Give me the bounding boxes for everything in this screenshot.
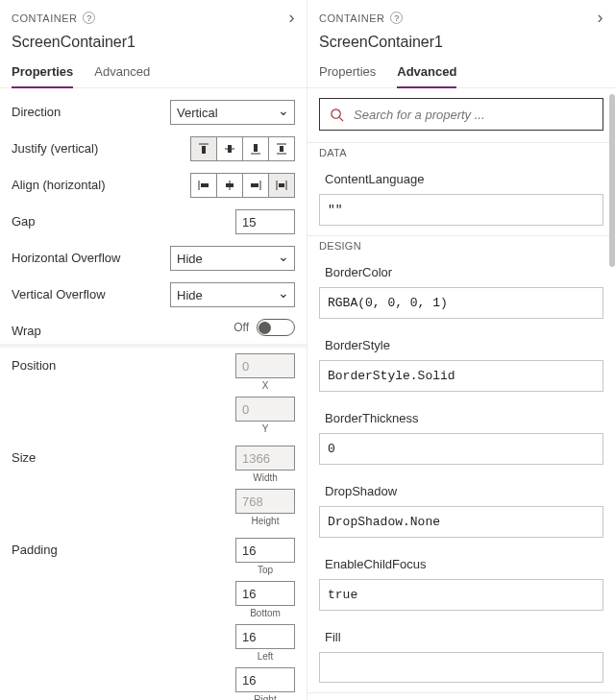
height-sublabel: Height	[252, 516, 280, 526]
search-icon	[330, 108, 344, 122]
tab-advanced[interactable]: Advanced	[94, 59, 150, 87]
adv-property-label: DropShadow	[319, 480, 603, 506]
properties-pane: CONTAINER ? › ScreenContainer1 Propertie…	[0, 0, 308, 700]
wrap-label: Wrap	[12, 319, 165, 338]
category-design: DESIGN	[308, 236, 615, 255]
control-type-label: CONTAINER	[12, 12, 77, 24]
padding-left-sublabel: Left	[258, 651, 274, 662]
expand-chevron-icon[interactable]: ›	[289, 8, 296, 28]
adv-property-value[interactable]: ""	[319, 194, 603, 226]
svg-rect-10	[201, 183, 209, 187]
adv-item: BorderColorRGBA(0, 0, 0, 1)	[308, 255, 615, 328]
padding-bottom-input[interactable]	[235, 581, 295, 606]
padding-bottom-sublabel: Bottom	[250, 608, 281, 618]
adv-property-label: EnableChildFocus	[319, 553, 603, 579]
svg-rect-8	[280, 146, 283, 152]
category-data: DATA	[308, 143, 615, 162]
padding-left-input[interactable]	[235, 624, 295, 649]
direction-label: Direction	[12, 100, 162, 119]
expand-chevron-icon-r[interactable]: ›	[598, 8, 604, 28]
position-x-input[interactable]	[235, 353, 295, 378]
control-type-label-r: CONTAINER	[319, 12, 384, 24]
adv-item: DropShadowDropShadow.None	[308, 474, 615, 547]
adv-property-value[interactable]: RGBA(0, 0, 0, 1)	[319, 287, 603, 319]
property-search[interactable]	[319, 98, 603, 131]
padding-right-input[interactable]	[235, 667, 295, 692]
justify-stretch-icon[interactable]	[268, 136, 295, 161]
tab-properties[interactable]: Properties	[12, 59, 73, 88]
left-tabs: Properties Advanced	[0, 59, 307, 88]
align-center-icon[interactable]	[216, 173, 243, 198]
adv-property-value[interactable]	[319, 652, 603, 683]
svg-rect-14	[251, 183, 258, 187]
hoverflow-select[interactable]: Hide	[170, 246, 295, 271]
gap-label: Gap	[12, 209, 165, 229]
adv-property-label: Fill	[319, 626, 603, 652]
wrap-state: Off	[234, 321, 249, 334]
position-x-sublabel: X	[262, 380, 269, 391]
position-y-sublabel: Y	[262, 423, 269, 434]
padding-right-sublabel: Right	[254, 694, 276, 700]
adv-property-value[interactable]: BorderStyle.Solid	[319, 360, 603, 392]
align-group	[190, 173, 295, 198]
svg-rect-5	[254, 144, 258, 152]
adv-property-label: ContentLanguage	[319, 168, 603, 194]
padding-label: Padding	[12, 538, 165, 557]
justify-start-icon[interactable]	[190, 136, 217, 161]
svg-point-18	[332, 109, 340, 117]
justify-group	[190, 136, 295, 161]
svg-rect-3	[228, 145, 232, 153]
right-tabs: Properties Advanced	[308, 59, 615, 88]
help-icon-r[interactable]: ?	[390, 12, 403, 24]
padding-top-sublabel: Top	[258, 565, 273, 575]
justify-label: Justify (vertical)	[12, 136, 165, 156]
advanced-pane: CONTAINER ? › ScreenContainer1 Propertie…	[308, 0, 615, 700]
scrollbar[interactable]	[609, 40, 615, 700]
justify-end-icon[interactable]	[242, 136, 269, 161]
voverflow-label: Vertical Overflow	[12, 282, 162, 302]
svg-line-19	[339, 117, 343, 121]
property-search-input[interactable]	[352, 107, 593, 123]
align-label: Align (horizontal)	[12, 173, 165, 192]
tab-advanced-r[interactable]: Advanced	[397, 59, 456, 88]
control-name-r: ScreenContainer1	[319, 28, 603, 59]
justify-center-icon[interactable]	[216, 136, 243, 161]
adv-property-value[interactable]: 0	[319, 433, 603, 465]
adv-item: Fill	[308, 620, 615, 692]
width-input[interactable]	[235, 446, 295, 471]
tab-properties-r[interactable]: Properties	[319, 59, 376, 87]
advanced-list: DATAContentLanguage""DESIGNBorderColorRG…	[308, 143, 615, 700]
height-input[interactable]	[235, 489, 295, 514]
svg-rect-1	[202, 146, 206, 154]
position-label: Position	[12, 353, 165, 373]
hoverflow-label: Horizontal Overflow	[12, 246, 162, 265]
adv-property-value[interactable]: DropShadow.None	[319, 506, 603, 538]
svg-rect-17	[279, 183, 284, 187]
adv-item: BorderThickness0	[308, 401, 615, 474]
adv-item: BorderStyleBorderStyle.Solid	[308, 328, 615, 401]
direction-select[interactable]: Vertical	[170, 100, 295, 125]
adv-property-label: BorderStyle	[319, 334, 603, 360]
voverflow-select[interactable]: Hide	[170, 282, 295, 307]
size-label: Size	[12, 446, 165, 465]
padding-top-input[interactable]	[235, 538, 295, 563]
adv-property-label: BorderColor	[319, 261, 603, 287]
gap-input[interactable]	[235, 209, 295, 234]
control-name: ScreenContainer1	[12, 28, 295, 59]
adv-property-label: BorderThickness	[319, 407, 603, 433]
align-start-icon[interactable]	[190, 173, 217, 198]
width-sublabel: Width	[253, 472, 278, 483]
adv-item: ContentLanguage""	[308, 162, 615, 235]
wrap-toggle[interactable]	[257, 319, 295, 336]
position-y-input[interactable]	[235, 397, 295, 422]
align-end-icon[interactable]	[242, 173, 269, 198]
align-stretch-icon[interactable]	[268, 173, 295, 198]
svg-rect-12	[226, 183, 234, 187]
adv-item: EnableChildFocustrue	[308, 547, 615, 620]
help-icon[interactable]: ?	[83, 12, 95, 24]
adv-property-value[interactable]: true	[319, 579, 603, 611]
